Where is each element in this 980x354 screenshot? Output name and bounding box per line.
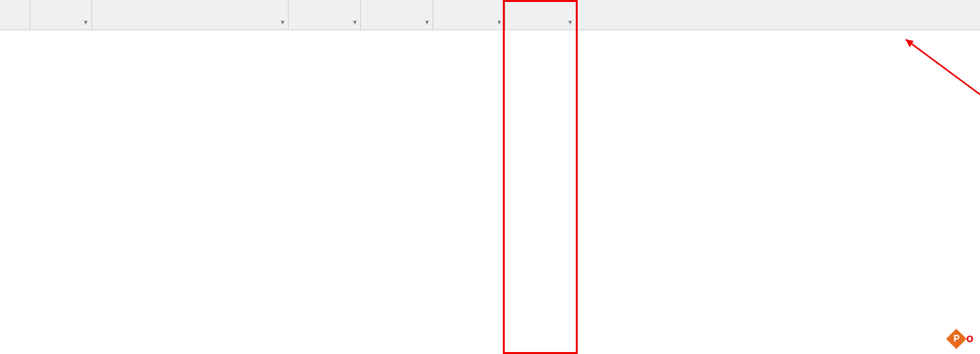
- timeline-header: [577, 0, 980, 30]
- col-header-rownum[interactable]: [0, 0, 30, 30]
- dropdown-icon[interactable]: ▼: [352, 19, 358, 26]
- col-header-duration[interactable]: ▼: [289, 0, 361, 30]
- dropdown-icon[interactable]: ▼: [83, 19, 89, 26]
- table-header: ▼ ▼ ▼ ▼ ▼ ▼: [0, 0, 576, 30]
- col-header-rollup[interactable]: ▼: [505, 0, 576, 30]
- dropdown-icon[interactable]: ▼: [496, 19, 502, 26]
- col-header-mode[interactable]: ▼: [30, 0, 92, 30]
- col-header-start[interactable]: ▼: [361, 0, 433, 30]
- task-rows: [0, 30, 576, 354]
- dropdown-icon[interactable]: ▼: [280, 19, 286, 26]
- gantt-chart[interactable]: [577, 30, 980, 354]
- col-header-finish[interactable]: ▼: [433, 0, 505, 30]
- dropdown-icon[interactable]: ▼: [424, 19, 430, 26]
- dropdown-icon[interactable]: ▼: [567, 19, 573, 26]
- col-header-name[interactable]: ▼: [92, 0, 289, 30]
